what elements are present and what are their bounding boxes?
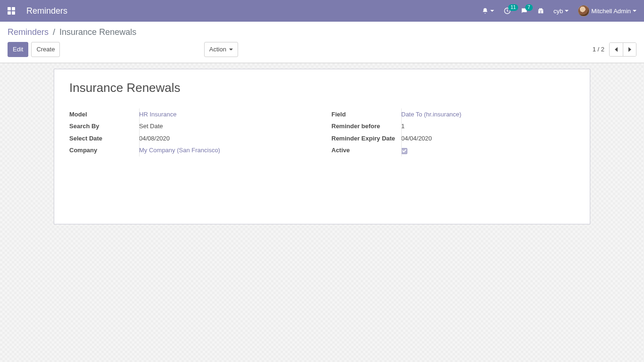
user-menu[interactable]: Mitchell Admin — [578, 5, 636, 16]
control-bar: Reminders / Insurance Renewals Edit Crea… — [0, 22, 644, 63]
field-value-select-date: 04/08/2020 — [139, 134, 313, 143]
apps-icon[interactable] — [8, 7, 15, 15]
chevron-left-icon — [615, 47, 618, 52]
pager-next-button[interactable] — [623, 43, 636, 56]
active-checkbox[interactable] — [401, 148, 407, 154]
create-button[interactable]: Create — [31, 42, 60, 57]
form-col-left: Model HR Insurance Search By Set Date Se… — [69, 108, 322, 156]
field-search-by: Search By Set Date — [69, 120, 313, 132]
control-row: Edit Create Action 1 / 2 — [0, 37, 644, 63]
notifications-menu[interactable] — [482, 8, 494, 14]
caret-down-icon — [229, 49, 233, 50]
activities-badge: 11 — [508, 4, 518, 11]
action-label: Action — [209, 45, 226, 54]
field-value-reminder-before: 1 — [401, 122, 575, 131]
activities-menu[interactable]: 11 — [504, 7, 511, 15]
field-company: Company My Company (San Francisco) — [69, 144, 313, 156]
field-reminder-expiry: Reminder Expiry Date 04/04/2020 — [331, 132, 575, 145]
field-reminder-before: Reminder before 1 — [331, 120, 575, 132]
avatar — [578, 5, 589, 16]
field-label-company: Company — [69, 146, 139, 155]
caret-down-icon — [565, 10, 569, 12]
field-value-search-by: Set Date — [139, 122, 313, 131]
edit-button[interactable]: Edit — [8, 42, 28, 57]
column-divider — [139, 108, 140, 156]
field-label-reminder-expiry: Reminder Expiry Date — [331, 134, 401, 143]
field-label-model: Model — [69, 110, 139, 119]
field-label-field: Field — [331, 110, 401, 119]
field-label-reminder-before: Reminder before — [331, 122, 401, 131]
model-link[interactable]: HR Insurance — [139, 111, 176, 118]
pager-prev-button[interactable] — [610, 43, 623, 56]
chevron-right-icon — [628, 47, 631, 52]
topbar-right: 11 7 cyb Mitchell Admin — [482, 5, 636, 16]
topbar: Reminders 11 7 cyb Mitchell Admin — [0, 0, 644, 22]
company-menu[interactable]: cyb — [553, 8, 569, 15]
topbar-left: Reminders — [8, 6, 67, 16]
content-area: Insurance Renewals Model HR Insurance Se… — [0, 63, 644, 362]
field-active: Active — [331, 144, 575, 156]
action-dropdown[interactable]: Action — [204, 42, 238, 57]
breadcrumb-root[interactable]: Reminders — [8, 27, 49, 37]
field-label-select-date: Select Date — [69, 134, 139, 143]
caret-down-icon — [633, 10, 636, 12]
action-button[interactable]: Action — [204, 42, 238, 57]
form-sheet: Insurance Renewals Model HR Insurance Se… — [54, 69, 590, 224]
user-name: Mitchell Admin — [591, 8, 631, 15]
breadcrumb: Reminders / Insurance Renewals — [0, 22, 644, 37]
caret-down-icon — [490, 10, 494, 12]
form-col-right: Field Date To (hr.insurance) Reminder be… — [322, 108, 575, 156]
gift-icon — [537, 8, 544, 14]
gift-menu[interactable] — [537, 8, 544, 14]
pager: 1 / 2 — [593, 42, 636, 57]
form-columns: Model HR Insurance Search By Set Date Se… — [69, 108, 575, 156]
breadcrumb-separator: / — [51, 27, 57, 37]
pager-buttons — [609, 42, 636, 57]
messages-badge: 7 — [525, 4, 533, 11]
field-value-model: HR Insurance — [139, 110, 313, 119]
field-value-active — [401, 146, 575, 155]
field-field: Field Date To (hr.insurance) — [331, 108, 575, 121]
field-link[interactable]: Date To (hr.insurance) — [401, 111, 462, 118]
field-value-reminder-expiry: 04/04/2020 — [401, 134, 575, 143]
field-value-company: My Company (San Francisco) — [139, 146, 313, 155]
page-title: Insurance Renewals — [69, 81, 575, 95]
bell-icon — [482, 8, 488, 14]
field-label-active: Active — [331, 146, 401, 155]
field-label-search-by: Search By — [69, 122, 139, 131]
company-short: cyb — [553, 8, 563, 15]
breadcrumb-current: Insurance Renewals — [59, 27, 136, 37]
pager-text: 1 / 2 — [593, 46, 604, 53]
field-select-date: Select Date 04/08/2020 — [69, 132, 313, 145]
field-value-field: Date To (hr.insurance) — [401, 110, 575, 119]
messages-menu[interactable]: 7 — [520, 7, 528, 15]
company-link[interactable]: My Company (San Francisco) — [139, 147, 220, 154]
app-title: Reminders — [26, 6, 67, 16]
column-divider — [401, 108, 402, 156]
field-model: Model HR Insurance — [69, 108, 313, 121]
